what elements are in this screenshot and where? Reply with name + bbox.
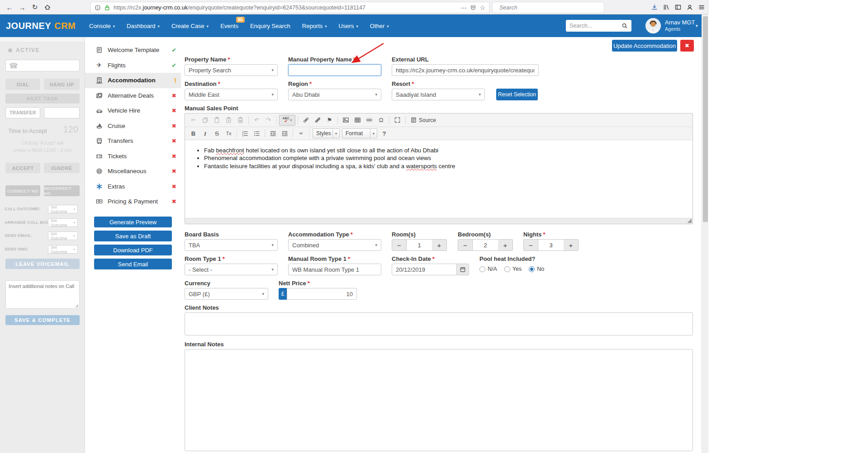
- reset-selection-button[interactable]: Reset Selection: [496, 89, 538, 100]
- radio-icon[interactable]: [529, 266, 535, 272]
- insert-table-button[interactable]: [352, 115, 363, 126]
- nav-item-users[interactable]: Users▾: [339, 23, 358, 29]
- avatar[interactable]: [645, 18, 661, 33]
- decrease-indent-button[interactable]: [267, 128, 279, 139]
- horizontal-rule-button[interactable]: [364, 115, 375, 126]
- board-basis-select[interactable]: TBA▾: [185, 239, 278, 251]
- accommodation-type-select[interactable]: Combined▾: [288, 239, 381, 251]
- quote-nav-item-cruise[interactable]: Cruise✖: [85, 118, 181, 134]
- scrollbar[interactable]: [702, 14, 708, 453]
- phone-number-input[interactable]: ☎: [5, 60, 80, 71]
- quote-nav-item-flights[interactable]: ✈Flights✔: [85, 58, 181, 73]
- radio-icon[interactable]: [479, 266, 485, 272]
- page-actions-icon[interactable]: ⋯: [460, 4, 467, 11]
- styles-select[interactable]: Styles ▾: [313, 128, 340, 138]
- update-accommodation-button[interactable]: Update Accommodation: [612, 40, 677, 52]
- about-button[interactable]: ?: [379, 128, 390, 139]
- app-search-input[interactable]: Search...: [566, 20, 631, 32]
- correct-no-button[interactable]: CORRECT NO: [5, 185, 40, 196]
- nav-item-enquiry-search[interactable]: Enquiry Search: [250, 23, 290, 29]
- remove-format-button[interactable]: Tx: [223, 128, 234, 139]
- leave-voicemail-button[interactable]: LEAVE VOICEMAIL: [5, 259, 80, 269]
- reload-icon[interactable]: ↻: [29, 1, 41, 13]
- numbered-list-button[interactable]: 123: [239, 128, 251, 139]
- unlink-button[interactable]: [312, 115, 323, 126]
- call-notes-textarea[interactable]: [6, 281, 79, 308]
- cut-button[interactable]: ✂: [188, 115, 199, 126]
- library-icon[interactable]: [660, 1, 672, 13]
- place-on-hold-button[interactable]: [44, 107, 80, 118]
- minus-button[interactable]: −: [523, 239, 538, 251]
- home-icon[interactable]: [42, 1, 53, 13]
- external-url-input[interactable]: [392, 64, 539, 76]
- pool-heat-option-no[interactable]: No: [529, 266, 544, 272]
- user-menu[interactable]: Arnav MGT Agents: [665, 19, 695, 32]
- client-notes-textarea[interactable]: [185, 313, 693, 335]
- generate-preview-button[interactable]: Generate Preview: [94, 217, 172, 227]
- outcome-select[interactable]: Set Outcome▾: [48, 205, 78, 213]
- italic-button[interactable]: I: [199, 128, 211, 139]
- save-complete-button[interactable]: SAVE & COMPLETE: [5, 315, 80, 325]
- quote-nav-item-pricing-payment[interactable]: Pricing & Payment✖: [85, 194, 181, 209]
- plus-button[interactable]: +: [564, 239, 579, 251]
- undo-button[interactable]: ↶: [251, 115, 262, 126]
- minus-button[interactable]: −: [392, 239, 407, 251]
- downloads-icon[interactable]: [649, 1, 660, 13]
- rooms-value[interactable]: 1: [407, 239, 432, 251]
- nav-item-dashboard[interactable]: Dashboard▾: [127, 23, 160, 29]
- check-in-date-input[interactable]: [392, 264, 457, 275]
- back-icon[interactable]: ←: [4, 1, 15, 13]
- quote-nav-item-miscellaneous[interactable]: Miscellaneous✖: [85, 164, 181, 179]
- site-info-icon[interactable]: [95, 5, 101, 11]
- sidebar-toggle-icon[interactable]: [672, 1, 684, 13]
- radio-icon[interactable]: [504, 266, 510, 272]
- resort-select[interactable]: Saadiyat Island▾: [392, 89, 485, 100]
- quote-nav-item-accommodation[interactable]: Accommodation!: [85, 73, 181, 88]
- manual-room-type-field[interactable]: [292, 266, 377, 273]
- maximize-button[interactable]: [392, 115, 403, 126]
- quote-nav-item-tickets[interactable]: Tickets✖: [85, 149, 181, 164]
- manual-property-name-field[interactable]: [292, 67, 377, 74]
- pocket-icon[interactable]: [470, 5, 476, 11]
- strikethrough-button[interactable]: S: [211, 128, 223, 139]
- nett-price-field[interactable]: [291, 291, 353, 297]
- manual-property-name-input[interactable]: [288, 64, 381, 76]
- nett-price-input[interactable]: [287, 288, 357, 300]
- editor-content[interactable]: Fab beachfront hotel located on its own …: [185, 140, 693, 217]
- redo-button[interactable]: ↷: [263, 115, 274, 126]
- quote-nav-item-vehicle-hire[interactable]: Vehicle Hire✖: [85, 103, 181, 118]
- pool-heat-option-yes[interactable]: Yes: [504, 266, 522, 272]
- pool-heat-option-n-a[interactable]: N/A: [479, 266, 497, 272]
- calendar-button[interactable]: [457, 264, 469, 275]
- link-button[interactable]: [300, 115, 312, 126]
- account-icon[interactable]: [684, 1, 696, 13]
- nav-item-console[interactable]: Console▾: [89, 23, 115, 29]
- bulleted-list-button[interactable]: [251, 128, 262, 139]
- bedrooms-value[interactable]: 2: [473, 239, 498, 251]
- send-email-button[interactable]: Send Email: [94, 259, 172, 269]
- currency-select[interactable]: GBP (£)▾: [185, 288, 268, 300]
- search-icon[interactable]: [621, 23, 628, 29]
- forward-icon[interactable]: →: [16, 1, 28, 13]
- quote-nav-item-welcome-template[interactable]: Welcome Template✔: [85, 42, 181, 58]
- nav-item-other[interactable]: Other▾: [370, 23, 389, 29]
- brand-logo[interactable]: JOURNEY CRM: [6, 14, 76, 37]
- paste-text-button[interactable]: [223, 115, 234, 126]
- nav-item-events[interactable]: Events85: [220, 23, 238, 29]
- padlock-icon[interactable]: [104, 5, 110, 11]
- external-url-field[interactable]: [396, 67, 535, 74]
- paste-button[interactable]: [211, 115, 223, 126]
- call-notes-box[interactable]: [5, 280, 80, 309]
- url-bar[interactable]: https://rc2x.journey-crm.co.uk/enquiryqu…: [90, 2, 489, 13]
- source-button[interactable]: Source: [408, 115, 439, 126]
- bookmark-star-icon[interactable]: ☆: [479, 4, 485, 11]
- next-task-button[interactable]: NEXT TASK: [5, 94, 80, 104]
- region-select[interactable]: Abu Dhabi▾: [288, 89, 381, 100]
- resize-handle-icon[interactable]: [687, 218, 692, 223]
- quote-nav-item-extras[interactable]: Extras✖: [85, 179, 181, 194]
- scrollbar-thumb[interactable]: [703, 16, 708, 222]
- dial-button[interactable]: DIAL: [5, 79, 40, 90]
- nights-value[interactable]: 3: [538, 239, 564, 251]
- copy-button[interactable]: [199, 115, 211, 126]
- minus-button[interactable]: −: [458, 239, 473, 251]
